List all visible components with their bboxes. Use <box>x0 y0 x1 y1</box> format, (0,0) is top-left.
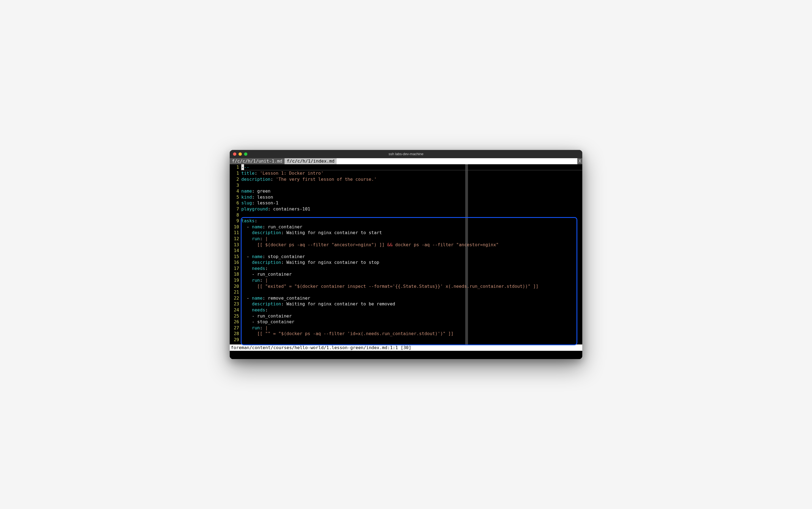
cursor: - <box>241 164 244 170</box>
code-text: run: | <box>241 236 582 242</box>
bottom-padding <box>230 351 582 359</box>
code-line[interactable]: 24 needs: <box>230 307 582 313</box>
code-text: description: Waiting for nginx container… <box>241 260 582 266</box>
code-line[interactable]: 29 <box>230 337 582 343</box>
gutter-number: 13 <box>230 242 241 248</box>
code-text: [[ "exited" = "$(docker container inspec… <box>241 283 582 290</box>
code-line[interactable]: 22 - name: remove_container <box>230 295 582 301</box>
close-icon[interactable]: X <box>577 158 582 164</box>
code-line[interactable]: 15 - name: stop_container <box>230 254 582 260</box>
code-text <box>241 248 582 254</box>
gutter-number: 22 <box>230 295 241 301</box>
code-text: - run_container <box>241 313 582 319</box>
code-text: run: | <box>241 277 582 283</box>
code-line[interactable]: 14 <box>230 248 582 254</box>
code-text: [[ $(docker ps -aq --filter "ancestor=ng… <box>241 242 582 248</box>
gutter-number: 17 <box>230 266 241 272</box>
tab-bar: f/c/c/h/1/unit-1.md f/c/c/h/1/index.md X <box>230 158 582 164</box>
code-text: run: | <box>241 325 582 331</box>
gutter-number: 10 <box>230 224 241 230</box>
terminal-window: ssh labs-dev-machine f/c/c/h/1/unit-1.md… <box>230 150 582 359</box>
code-line[interactable]: 17 needs: <box>230 266 582 272</box>
code-text: - stop_container <box>241 319 582 325</box>
gutter-number: 27 <box>230 325 241 331</box>
editor-viewport[interactable]: 1---1title: 'Lesson 1: Docker intro'2des… <box>230 164 582 344</box>
code-text: name: green <box>241 188 582 194</box>
code-line[interactable]: 10 - name: run_container <box>230 224 582 230</box>
code-text: description: Waiting for nginx container… <box>241 230 582 236</box>
gutter-number: 3 <box>230 182 241 189</box>
gutter-number: 9 <box>230 218 241 224</box>
code-line[interactable]: 9tasks: <box>230 218 582 224</box>
gutter-number: 21 <box>230 289 241 295</box>
code-line[interactable]: 16 description: Waiting for nginx contai… <box>230 260 582 266</box>
gutter-number: 7 <box>230 206 241 212</box>
code-line[interactable]: 20 [[ "exited" = "$(docker container ins… <box>230 283 582 290</box>
code-text: tasks: <box>241 218 582 224</box>
code-line[interactable]: 7playground: containers-101 <box>230 206 582 212</box>
status-bar: foreman/content/courses/hello-world/1.le… <box>230 344 582 351</box>
gutter-number: 16 <box>230 260 241 266</box>
gutter-number: 15 <box>230 254 241 260</box>
code-line[interactable]: 3 <box>230 182 582 189</box>
gutter-number: 19 <box>230 277 241 283</box>
gutter-number: 1 <box>230 170 241 176</box>
code-text: - name: remove_container <box>241 295 582 301</box>
code-line[interactable]: 6slug: lesson-1 <box>230 200 582 206</box>
code-text: slug: lesson-1 <box>241 200 582 206</box>
gutter-number: 24 <box>230 307 241 313</box>
code-line[interactable]: 11 description: Waiting for nginx contai… <box>230 230 582 236</box>
code-line[interactable]: 4name: green <box>230 188 582 194</box>
code-text: [[ "" = "$(docker ps -aq --filter 'id=x(… <box>241 331 582 337</box>
gutter-number: 1 <box>230 164 241 171</box>
code-text: description: 'The very first lesson of t… <box>241 176 582 182</box>
gutter-number: 26 <box>230 319 241 325</box>
code-line[interactable]: 13 [[ $(docker ps -aq --filter "ancestor… <box>230 242 582 248</box>
code-line[interactable]: 19 run: | <box>230 277 582 283</box>
code-line[interactable]: 21 <box>230 289 582 295</box>
gutter-number: 4 <box>230 188 241 194</box>
editor-tab[interactable]: f/c/c/h/1/index.md <box>284 158 337 164</box>
code-text: playground: containers-101 <box>241 206 582 212</box>
command-bar[interactable] <box>337 158 577 164</box>
code-line[interactable]: 5kind: lesson <box>230 194 582 200</box>
code-line[interactable]: 8 <box>230 212 582 218</box>
gutter-number: 14 <box>230 248 241 254</box>
gutter-number: 12 <box>230 236 241 242</box>
gutter-number: 25 <box>230 313 241 319</box>
code-text: - name: stop_container <box>241 254 582 260</box>
code-text: description: Waiting for nginx container… <box>241 301 582 307</box>
code-text <box>241 182 582 189</box>
code-line[interactable]: 26 - stop_container <box>230 319 582 325</box>
code-text: needs: <box>241 307 582 313</box>
gutter-number: 8 <box>230 212 241 218</box>
minimize-icon[interactable] <box>239 152 242 156</box>
code-line[interactable]: 27 run: | <box>230 325 582 331</box>
code-text: - name: run_container <box>241 224 582 230</box>
editor-tab[interactable]: f/c/c/h/1/unit-1.md <box>230 158 284 164</box>
code-line[interactable]: 28 [[ "" = "$(docker ps -aq --filter 'id… <box>230 331 582 337</box>
code-line[interactable]: 1--- <box>230 164 582 171</box>
code-line[interactable]: 12 run: | <box>230 236 582 242</box>
code-text: - run_container <box>241 271 582 277</box>
titlebar[interactable]: ssh labs-dev-machine <box>230 150 582 158</box>
gutter-number: 29 <box>230 337 241 343</box>
gutter-number: 28 <box>230 331 241 337</box>
close-icon[interactable] <box>233 152 236 156</box>
code-line[interactable]: 2description: 'The very first lesson of … <box>230 176 582 182</box>
code-line[interactable]: 1title: 'Lesson 1: Docker intro' <box>230 170 582 176</box>
code-line[interactable]: 18 - run_container <box>230 271 582 277</box>
code-line[interactable]: 25 - run_container <box>230 313 582 319</box>
gutter-number: 18 <box>230 271 241 277</box>
gutter-number: 23 <box>230 301 241 307</box>
code-text <box>241 337 582 343</box>
window-title: ssh labs-dev-machine <box>230 151 582 157</box>
code-text: kind: lesson <box>241 194 582 200</box>
code-text: --- <box>241 164 582 171</box>
gutter-number: 2 <box>230 176 241 182</box>
code-line[interactable]: 23 description: Waiting for nginx contai… <box>230 301 582 307</box>
code-text: title: 'Lesson 1: Docker intro' <box>241 170 582 176</box>
traffic-lights <box>233 152 247 156</box>
maximize-icon[interactable] <box>244 152 247 156</box>
gutter-number: 5 <box>230 194 241 200</box>
